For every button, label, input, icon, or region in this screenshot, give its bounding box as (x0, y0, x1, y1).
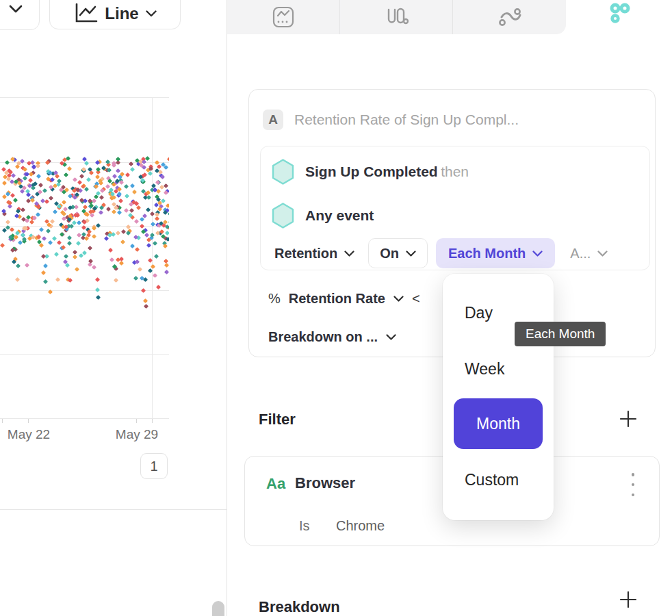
scatter-point (129, 162, 133, 166)
bars-chart-tab[interactable] (340, 0, 453, 34)
scatter-point (43, 279, 48, 284)
scrollbar-thumb[interactable] (212, 601, 224, 616)
scatter-point (36, 212, 40, 217)
scatter-point (75, 267, 79, 272)
scatter-point (46, 229, 51, 233)
scatter-chart-tab[interactable] (566, 0, 672, 34)
scatter-point (92, 234, 96, 239)
breakdown-heading: Breakdown (259, 598, 340, 616)
insights-chart-tab[interactable] (227, 0, 340, 34)
chevron-down-icon (9, 5, 23, 13)
comparator-text: < (412, 291, 420, 307)
filter-operator[interactable]: Is (299, 518, 310, 534)
query-builder-panel: A Retention Rate of Sign Up Compl... Sig… (227, 0, 672, 616)
scatter-point (68, 205, 73, 210)
rounded-bars-icon (384, 5, 409, 29)
interval-option-month[interactable]: Month (454, 398, 543, 449)
scatter-point (50, 219, 55, 224)
chevron-down-icon (386, 334, 396, 340)
scatter-point (164, 263, 169, 268)
scatter-point (5, 160, 10, 165)
scatter-point (164, 270, 169, 274)
chevron-down-icon (597, 251, 608, 257)
x-axis-label: May 22 (0, 427, 60, 442)
filter-property[interactable]: Browser (295, 474, 355, 492)
scatter-point (153, 241, 157, 246)
scatter-point (166, 203, 169, 208)
interval-dropdown[interactable]: Each Month (436, 238, 555, 268)
add-breakdown-button[interactable] (619, 590, 638, 609)
interval-option-week[interactable]: Week (465, 360, 504, 378)
tooltip-text: Each Month (526, 326, 595, 342)
retention-scatter-chart (0, 97, 169, 419)
scatter-point (130, 244, 135, 248)
measure-dropdown[interactable]: % Retention Rate < (268, 291, 420, 307)
scatter-point (117, 210, 122, 215)
scatter-point (151, 264, 155, 269)
scatter-point (138, 267, 142, 272)
event-row-return[interactable]: Any event (272, 203, 374, 229)
scatter-point (39, 243, 44, 248)
scatter-point (60, 232, 64, 237)
scatter-point (164, 164, 168, 169)
event-hexagon-icon (272, 159, 294, 185)
scatter-point (125, 172, 130, 177)
pagination-page-button[interactable]: 1 (140, 453, 168, 479)
scatter-point (65, 263, 70, 268)
section-divider (0, 509, 227, 510)
scatter-point (90, 213, 94, 218)
interval-option-day[interactable]: Day (465, 304, 493, 322)
chevron-down-icon (406, 251, 416, 257)
query-title[interactable]: Retention Rate of Sign Up Compl... (294, 112, 519, 128)
scatter-point (116, 231, 120, 235)
scatter-point (36, 164, 40, 168)
scatter-point (146, 207, 151, 212)
scatter-point (76, 241, 81, 246)
scatter-point (109, 257, 114, 262)
scatter-point (99, 210, 103, 215)
scatter-point (156, 284, 161, 289)
scatter-point (146, 238, 151, 242)
scatter-point (38, 183, 43, 188)
interval-label: Each Month (448, 246, 526, 261)
overflow-dropdown[interactable]: A... (570, 246, 608, 261)
event-row-first[interactable]: Sign Up Completed then (272, 159, 469, 185)
chevron-down-icon (344, 251, 354, 257)
scatter-point (27, 236, 32, 241)
scatter-point (55, 277, 60, 282)
scatter-point (73, 255, 77, 259)
interval-option-custom[interactable]: Custom (465, 471, 519, 489)
scatter-point (163, 244, 168, 248)
scatter-point (25, 263, 29, 268)
scatter-point (118, 198, 123, 203)
scatter-point (107, 247, 112, 252)
scatter-point (36, 173, 41, 178)
scatter-point (141, 288, 146, 293)
scatter-point (168, 220, 169, 224)
on-dropdown[interactable]: On (368, 238, 428, 268)
plus-icon (619, 590, 638, 609)
on-label: On (380, 246, 399, 261)
scatter-point (16, 264, 21, 268)
chart-type-selector[interactable]: Line (49, 0, 181, 29)
chart-type-tabbar (227, 0, 672, 34)
add-filter-button[interactable] (619, 409, 638, 428)
event-card: Sign Up Completed then Any event Retenti… (260, 146, 650, 270)
axis-tick (152, 419, 153, 423)
scatter-point (10, 227, 14, 232)
event-name[interactable]: Any event (305, 207, 374, 223)
page-number: 1 (150, 459, 157, 474)
breakdown-on-dropdown[interactable]: Breakdown on ... (268, 329, 396, 345)
scatter-point (125, 194, 129, 198)
event-name[interactable]: Sign Up Completed (305, 164, 438, 179)
retention-type-dropdown[interactable]: Retention (270, 246, 359, 261)
filter-value[interactable]: Chrome (336, 518, 385, 534)
scatter-point (120, 240, 125, 244)
chart-options-button[interactable] (0, 0, 40, 30)
event-suffix: then (441, 164, 469, 179)
scatter-point (96, 222, 101, 227)
kebab-menu-icon[interactable] (630, 473, 636, 496)
scatter-point (107, 233, 112, 238)
scatter-point (148, 258, 153, 263)
flow-chart-tab[interactable] (453, 0, 566, 34)
